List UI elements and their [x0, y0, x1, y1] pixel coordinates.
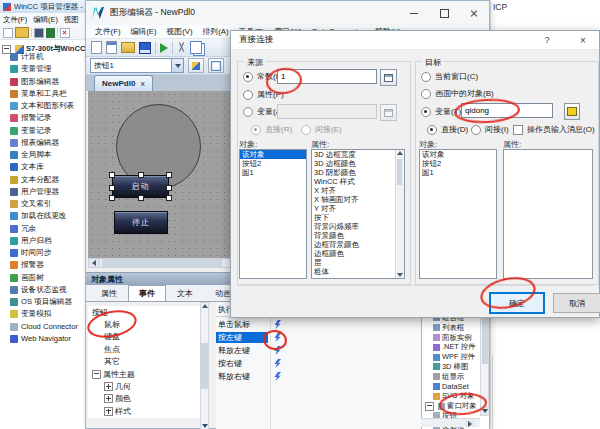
- manager-tree-item[interactable]: 图形编辑器: [10, 76, 90, 88]
- source-variable-browse-button[interactable]: [380, 104, 397, 121]
- target-objects-list[interactable]: 该对象按钮2圆1: [419, 149, 497, 279]
- radio-icon[interactable]: [421, 107, 431, 117]
- list-vscrollbar[interactable]: [395, 150, 404, 278]
- list-item[interactable]: 圆1: [420, 168, 496, 177]
- manager-tree-item[interactable]: 文本库: [10, 161, 90, 173]
- editor-menu-item[interactable]: 文件(F): [90, 26, 126, 37]
- list-item[interactable]: 粗体: [312, 267, 396, 276]
- constant-browse-button[interactable]: [380, 69, 397, 86]
- constant-value-input[interactable]: [277, 69, 377, 84]
- manager-tree-item[interactable]: 加载在线更改: [10, 210, 90, 222]
- expander-icon[interactable]: [104, 394, 113, 403]
- manager-tree-item[interactable]: 文本分配器: [10, 174, 90, 186]
- close-button[interactable]: [459, 1, 489, 25]
- source-properties-list[interactable]: 3D 边框宽度3D 边框颜色3D 阴影颜色WinCC 样式X 对齐X 轴画面对齐…: [311, 149, 405, 279]
- manager-tree-item[interactable]: 报警记录: [10, 112, 90, 124]
- event-row[interactable]: 按左键: [216, 331, 421, 344]
- event-row[interactable]: 按右键: [216, 357, 421, 370]
- radio-icon[interactable]: [471, 125, 481, 135]
- activate-icon[interactable]: [46, 28, 55, 38]
- palette-item[interactable]: 3D 棒图: [423, 362, 480, 372]
- manager-tree-item[interactable]: 报警器: [10, 259, 90, 271]
- editor-menu-item[interactable]: 视图(V): [162, 26, 198, 37]
- scroll-right-button[interactable]: [465, 420, 474, 427]
- manager-menu-item[interactable]: 编辑(E): [30, 15, 61, 25]
- manager-tree-item[interactable]: 设备状态监视: [10, 284, 90, 296]
- radio-icon[interactable]: [421, 72, 431, 82]
- manager-tree-item[interactable]: 报表编辑器: [10, 137, 90, 149]
- manager-tree-item[interactable]: 全局脚本: [10, 149, 90, 161]
- list-item[interactable]: 圆1: [240, 168, 306, 177]
- ok-button[interactable]: 确定: [489, 292, 545, 314]
- target-properties-list[interactable]: [503, 149, 593, 279]
- radio-icon[interactable]: [243, 72, 253, 82]
- manager-tree-item[interactable]: Cloud Connector: [10, 321, 90, 333]
- target-current-window-radio[interactable]: 当前窗口(C): [421, 71, 478, 82]
- event-tree-item[interactable]: 样式: [88, 405, 200, 417]
- event-tree-item[interactable]: 几何: [88, 380, 200, 392]
- radio-icon[interactable]: [243, 107, 253, 117]
- copy-icon[interactable]: [190, 41, 202, 54]
- radio-icon[interactable]: [243, 90, 253, 100]
- selection-handle[interactable]: [138, 195, 144, 201]
- palette-item[interactable]: DataSet: [423, 382, 480, 392]
- palette-item[interactable]: 列表框: [423, 323, 480, 333]
- event-row[interactable]: 单击鼠标: [216, 318, 421, 331]
- manager-menu-item[interactable]: 文件(F): [0, 15, 30, 25]
- manager-tree-item[interactable]: 用户归档: [10, 235, 90, 247]
- properties-tab[interactable]: 文本: [166, 285, 204, 301]
- event-tree-vscrollbar[interactable]: [200, 302, 209, 429]
- manager-tree-item[interactable]: 变量模拟: [10, 308, 90, 320]
- manager-tree-item[interactable]: Web Navigator: [10, 333, 90, 345]
- properties-tab[interactable]: 属性: [90, 285, 128, 301]
- scroll-thumb[interactable]: [201, 343, 208, 389]
- scroll-down-button[interactable]: [481, 406, 489, 415]
- save-icon[interactable]: [139, 42, 151, 54]
- selection-handle[interactable]: [166, 185, 172, 191]
- stop-icon[interactable]: [34, 28, 44, 38]
- combo-dropdown-button[interactable]: [171, 59, 183, 72]
- start-hmi-button[interactable]: 启动: [112, 175, 169, 198]
- source-objects-list[interactable]: 该对象按钮2圆1: [239, 149, 307, 279]
- event-tree-item[interactable]: 属性主题: [88, 368, 200, 380]
- radio-icon[interactable]: [421, 89, 431, 99]
- scroll-thumb[interactable]: [397, 159, 402, 185]
- layers-button[interactable]: [188, 58, 204, 73]
- palette-item[interactable]: WPF 控件: [423, 352, 480, 362]
- editor-menu-item[interactable]: 排列(A): [198, 26, 234, 37]
- expander-icon[interactable]: [425, 402, 434, 411]
- maximize-button[interactable]: [429, 1, 459, 25]
- event-tree-item[interactable]: 键盘: [88, 331, 200, 343]
- cut-icon[interactable]: [177, 42, 186, 53]
- radio-icon[interactable]: [251, 125, 261, 135]
- event-tree-item[interactable]: 鼠标: [88, 318, 200, 330]
- event-tree-item[interactable]: 按钮: [88, 306, 200, 318]
- manager-tree-item[interactable]: 变量管理: [10, 63, 90, 75]
- tab-close-icon[interactable]: ×: [140, 80, 145, 88]
- manager-tree-item[interactable]: OS 项目编辑器: [10, 296, 90, 308]
- new-template-icon[interactable]: [106, 41, 117, 54]
- grid-button[interactable]: [208, 58, 224, 73]
- lightning-action-icon[interactable]: [274, 346, 281, 355]
- event-tree-item[interactable]: 其它: [88, 356, 200, 368]
- lightning-action-icon[interactable]: [274, 359, 281, 368]
- selection-handle[interactable]: [109, 195, 115, 201]
- list-item[interactable]: 边框颜色: [312, 249, 396, 258]
- manager-tree-item[interactable]: 菜单和工具栏: [10, 88, 90, 100]
- open-icon[interactable]: [121, 42, 135, 53]
- selection-handle[interactable]: [166, 172, 172, 178]
- cancel-button[interactable]: 取消: [553, 293, 600, 313]
- target-object-in-picture-radio[interactable]: 画面中的对象(B): [421, 88, 494, 99]
- manager-tree-item[interactable]: 交叉索引: [10, 198, 90, 210]
- minimize-button[interactable]: [399, 1, 429, 25]
- stop-hmi-button[interactable]: 停止: [114, 211, 168, 234]
- manager-menu-item[interactable]: 视图: [61, 15, 82, 25]
- runtime-preview-icon[interactable]: [160, 43, 168, 53]
- event-tree-item[interactable]: 颜色: [88, 393, 200, 405]
- new-picture-icon[interactable]: [91, 41, 102, 54]
- checkbox-icon[interactable]: [513, 125, 523, 135]
- tag-select-button[interactable]: [564, 103, 580, 120]
- selection-handle[interactable]: [138, 172, 144, 178]
- event-row[interactable]: 释放左键: [216, 344, 421, 357]
- object-selector-combo[interactable]: 按钮1: [90, 58, 184, 73]
